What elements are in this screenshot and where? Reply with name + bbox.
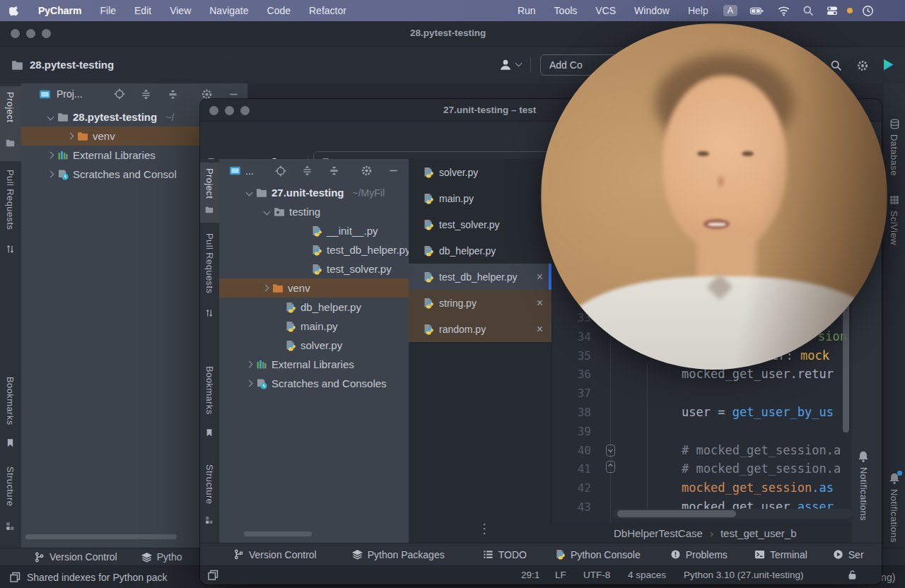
menu-file[interactable]: File <box>90 5 125 16</box>
battery-icon[interactable] <box>743 5 771 17</box>
panel-options-gear-icon[interactable] <box>201 88 213 100</box>
menu-run[interactable]: Run <box>508 5 545 16</box>
apple-menu[interactable] <box>0 5 29 17</box>
tab-solver-py[interactable]: solver.py <box>409 159 551 185</box>
tree-row-project-root[interactable]: 27.unit-testing ~/MyFil <box>219 183 409 202</box>
close-window-button[interactable] <box>11 29 20 38</box>
hide-panel-icon[interactable] <box>388 165 399 176</box>
tree-row-scratches[interactable]: Scratches and Consoles <box>219 374 409 393</box>
user-account-icon[interactable] <box>499 59 512 71</box>
close-window-button[interactable] <box>209 106 218 115</box>
menu-code[interactable]: Code <box>258 5 300 16</box>
sidebar-item-database[interactable]: Database <box>889 134 899 176</box>
file-encoding[interactable]: UTF-8 <box>583 570 610 580</box>
panel-options-gear-icon[interactable] <box>361 165 373 177</box>
toolwindow-version-control[interactable]: Version Control <box>233 549 317 560</box>
sidebar-item-structure[interactable]: Structure <box>204 464 215 504</box>
input-source-badge[interactable]: A <box>723 5 737 16</box>
menu-app-name[interactable]: PyCharm <box>29 5 90 16</box>
panel-title[interactable]: ... <box>245 165 254 177</box>
chevron-down-icon[interactable] <box>47 114 54 121</box>
menu-help[interactable]: Help <box>679 5 718 16</box>
fold-marker-icon[interactable] <box>606 445 615 457</box>
toolwindow-todo[interactable]: TODO <box>483 549 527 560</box>
notifications-bell-icon[interactable] <box>857 450 870 463</box>
control-center-icon[interactable] <box>820 5 844 16</box>
horizontal-scrollbar[interactable] <box>244 531 312 536</box>
clock-icon[interactable] <box>856 5 880 17</box>
sidebar-item-pull-requests[interactable]: Pull Requests <box>204 233 215 293</box>
menu-refactor[interactable]: Refactor <box>300 5 356 16</box>
ide-feature-trainer-icon[interactable] <box>882 58 895 71</box>
interpreter-setting[interactable]: Python 3.10 (27.unit-testing) <box>684 570 804 580</box>
chevron-down-icon[interactable] <box>264 208 271 216</box>
spotlight-search-icon[interactable] <box>796 5 820 16</box>
toolwindow-terminal[interactable]: Terminal <box>754 549 807 560</box>
tree-row-db-helper-py[interactable]: db_helper.py <box>219 298 409 317</box>
toolwindow-version-control[interactable]: Version Control <box>34 551 117 563</box>
horizontal-scrollbar-track[interactable] <box>613 509 852 519</box>
tree-row-test-db-helper-py[interactable]: test_db_helper.py <box>219 240 409 259</box>
collapse-all-icon[interactable] <box>329 165 339 176</box>
tree-row-venv[interactable]: venv <box>219 278 409 298</box>
collapse-all-icon[interactable] <box>168 89 178 100</box>
menu-view[interactable]: View <box>160 5 200 16</box>
tree-row-external-libraries[interactable]: External Libraries <box>219 355 409 374</box>
hide-panel-icon[interactable] <box>228 89 239 100</box>
sidebar-item-project[interactable]: Project <box>5 92 16 122</box>
toolwindow-python-packages[interactable]: Pytho <box>141 551 182 563</box>
menu-edit[interactable]: Edit <box>125 5 160 16</box>
caret-position[interactable]: 29:1 <box>521 570 539 580</box>
chevron-right-icon[interactable] <box>246 380 253 387</box>
zoom-window-button[interactable] <box>42 29 51 38</box>
horizontal-scrollbar[interactable] <box>25 534 177 539</box>
minimize-window-button[interactable] <box>26 29 35 38</box>
chevron-right-icon[interactable] <box>246 361 253 368</box>
breadcrumb-method[interactable]: test_get_user_b <box>720 527 797 539</box>
tab-test-db-helper-py[interactable]: test_db_helper.py × <box>409 264 551 290</box>
menu-tools[interactable]: Tools <box>545 5 587 16</box>
tab-main-py[interactable]: main.py <box>409 185 551 211</box>
chevron-right-icon[interactable] <box>47 171 54 178</box>
close-tab-icon[interactable]: × <box>537 271 543 283</box>
chevron-down-icon[interactable] <box>246 189 253 196</box>
sidebar-item-structure[interactable]: Structure <box>5 466 16 506</box>
chevron-right-icon[interactable] <box>47 152 54 159</box>
sidebar-item-pull-requests[interactable]: Pull Requests <box>5 170 16 230</box>
select-opened-file-icon[interactable] <box>275 165 286 177</box>
menu-navigate[interactable]: Navigate <box>200 5 257 16</box>
indent-setting[interactable]: 4 spaces <box>628 570 666 580</box>
project-name[interactable]: 28.pytest-testing <box>30 59 114 71</box>
sidebar-item-notifications[interactable]: Notifications <box>858 467 869 521</box>
line-ending[interactable]: LF <box>555 570 566 580</box>
chevron-right-icon[interactable] <box>67 133 74 140</box>
select-opened-file-icon[interactable] <box>114 88 125 100</box>
unlock-icon[interactable] <box>847 570 858 580</box>
settings-gear-icon[interactable] <box>856 59 869 72</box>
tab-db-helper-py[interactable]: db_helper.py <box>409 237 551 264</box>
sidebar-item-notifications[interactable]: Notifications <box>889 489 899 543</box>
expand-all-icon[interactable] <box>141 89 151 100</box>
tree-row-init-py[interactable]: __init__.py <box>219 221 409 240</box>
sidebar-item-bookmarks[interactable]: Bookmarks <box>204 366 215 415</box>
chevron-right-icon[interactable] <box>262 285 269 292</box>
toolwindow-problems[interactable]: Problems <box>670 549 728 560</box>
toolwindow-python-console[interactable]: Python Console <box>555 549 641 560</box>
close-tab-icon[interactable]: × <box>537 324 543 335</box>
sidebar-item-sciview[interactable]: SciView <box>889 211 899 245</box>
panel-title[interactable]: Proj... <box>57 88 83 100</box>
toolwindow-services[interactable]: Ser <box>833 549 864 560</box>
vertical-scrollbar[interactable] <box>843 300 849 433</box>
sidebar-item-bookmarks[interactable]: Bookmarks <box>5 377 16 425</box>
tab-random-py[interactable]: random.py × <box>409 316 551 342</box>
tree-row-main-py[interactable]: main.py <box>219 317 409 336</box>
tree-row-testing[interactable]: testing <box>219 202 409 221</box>
minimize-window-button[interactable] <box>225 106 234 115</box>
expand-all-icon[interactable] <box>302 165 313 176</box>
zoom-window-button[interactable] <box>240 106 250 115</box>
wifi-icon[interactable] <box>771 5 796 17</box>
tree-row-solver-py[interactable]: solver.py <box>219 336 409 355</box>
menu-window[interactable]: Window <box>625 5 679 16</box>
fold-marker-icon[interactable] <box>606 461 615 473</box>
sidebar-item-project[interactable]: Project <box>204 168 215 199</box>
